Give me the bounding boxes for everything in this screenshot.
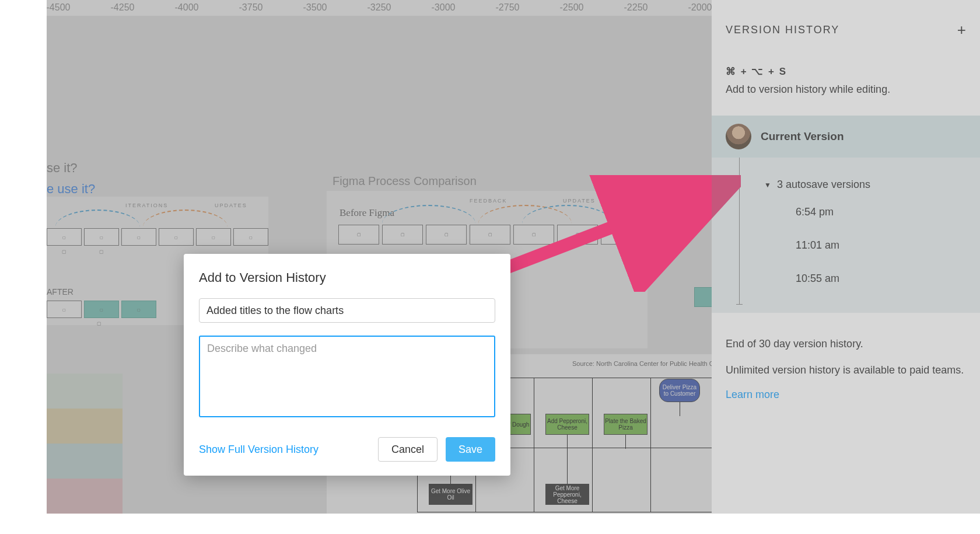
swatch [47, 444, 123, 479]
caret-down-icon: ▼ [764, 181, 771, 189]
learn-more-link[interactable]: Learn more [726, 389, 966, 401]
cancel-button[interactable]: Cancel [378, 437, 438, 462]
pizza-pepperoni-box: Add Pepperoni, Cheese [545, 414, 589, 435]
ruler-tick: -3000 [432, 2, 456, 13]
ruler-tick: -3250 [368, 2, 391, 13]
save-button[interactable]: Save [446, 437, 495, 462]
end-of-history-text: End of 30 day version history. [726, 336, 966, 352]
add-to-version-history-modal: Add to Version History Show Full Version… [184, 254, 510, 476]
ruler-tick: -3500 [303, 2, 327, 13]
ruler-tick: -2750 [496, 2, 520, 13]
ruler-tick: -4500 [47, 2, 70, 13]
version-history-panel: VERSION HISTORY + ⌘ + ⌥ + S Add to versi… [712, 0, 980, 514]
after-label: AFTER [47, 287, 74, 296]
pizza-deliver-box: Deliver Pizza to Customer [659, 379, 700, 402]
ruler-tick: -4250 [111, 2, 135, 13]
frame-label-selected[interactable]: e use it? [47, 182, 95, 197]
version-time-row[interactable]: 6:54 pm [726, 196, 966, 229]
current-version-label: Current Version [761, 130, 844, 143]
pizza-more-oil-box: Get More Olive Oil [429, 484, 473, 505]
ruler-tick: -2250 [624, 2, 648, 13]
show-full-history-link[interactable]: Show Full Version History [199, 444, 318, 456]
user-avatar [726, 124, 751, 149]
frame-label: se it? [47, 160, 78, 176]
swatch [47, 409, 123, 444]
version-timeline: ▼ 3 autosave versions 6:54 pm 11:01 am 1… [712, 158, 980, 313]
current-version-row[interactable]: Current Version [712, 116, 980, 158]
shortcut-hint: Add to version history while editing. [726, 83, 966, 96]
panel-title: VERSION HISTORY [726, 24, 839, 36]
ruler-tick: -2500 [560, 2, 584, 13]
unlimited-info-text: Unlimited version history is available t… [726, 362, 966, 378]
version-time-row[interactable]: 10:55 am [726, 262, 966, 295]
figma-process-title: Figma Process Comparison [332, 174, 477, 188]
version-time-row[interactable]: 11:01 am [726, 229, 966, 262]
ruler-tick: -3750 [239, 2, 263, 13]
version-description-textarea[interactable] [199, 336, 495, 417]
color-swatches [47, 374, 123, 514]
pizza-source-label: Source: North Carolina Center for Public… [572, 360, 729, 367]
pizza-plate-box: Plate the Baked Pizza [604, 414, 648, 435]
phase-label: UPDATES [215, 203, 247, 208]
phase-label: FEEDBACK [470, 198, 508, 204]
swatch [47, 374, 123, 409]
swatch [47, 479, 123, 514]
add-version-button[interactable]: + [957, 22, 966, 37]
version-title-input[interactable] [199, 298, 495, 323]
phase-label: ITERATIONS [125, 203, 168, 208]
autosave-label: 3 autosave versions [777, 179, 870, 191]
ruler-tick: -4000 [175, 2, 199, 13]
pizza-more-pep-box: Get More Pepperoni, Cheese [545, 484, 589, 505]
phase-label: UPDATES [563, 198, 596, 204]
autosave-toggle[interactable]: ▼ 3 autosave versions [726, 161, 966, 196]
ruler-tick: -2000 [688, 2, 712, 13]
shortcut-keys: ⌘ + ⌥ + S [726, 65, 966, 78]
modal-title: Add to Version History [199, 270, 495, 285]
